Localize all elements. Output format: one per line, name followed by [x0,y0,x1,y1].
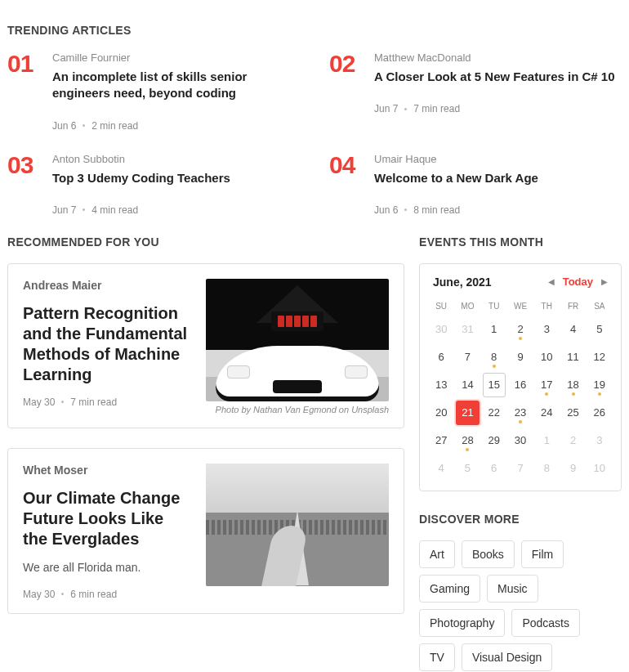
calendar-day[interactable]: 8 [535,456,558,481]
discover-tag[interactable]: Podcasts [511,609,580,637]
calendar-day[interactable]: 27 [430,428,453,453]
calendar-day[interactable]: 13 [430,373,453,397]
card-image [206,464,389,586]
discover-tag[interactable]: Art [419,540,455,568]
recommended-card[interactable]: Andreas Maier Pattern Recognition and th… [7,263,404,428]
event-dot-icon [545,392,548,396]
card-read: 7 min read [70,396,117,408]
calendar-day[interactable]: 1 [535,428,558,453]
trending-item[interactable]: 03Anton SubbotinTop 3 Udemy Coding Teach… [7,153,300,216]
trending-read: 7 min read [413,103,460,114]
discover-tag[interactable]: TV [419,643,455,671]
discover-heading: DISCOVER MORE [419,513,622,526]
calendar-next-icon[interactable]: ▶ [601,277,608,286]
calendar-day[interactable]: 1 [483,317,506,342]
card-title: Our Climate Change Future Looks Like the… [23,488,191,549]
calendar-prev-icon[interactable]: ◀ [548,277,555,286]
calendar-day[interactable]: 21 [456,401,479,425]
trending-meta: Jun 77 min read [374,103,622,114]
calendar-day[interactable]: 22 [483,401,506,425]
calendar-day[interactable]: 30 [430,317,453,342]
trending-author: Umair Haque [374,153,622,165]
calendar-day[interactable]: 4 [430,456,453,481]
recommended-card[interactable]: Whet Moser Our Climate Change Future Loo… [7,448,404,614]
calendar-day[interactable]: 10 [535,345,558,370]
calendar-day[interactable]: 9 [561,456,584,481]
discover-tag[interactable]: Photography [419,609,505,637]
trending-item[interactable]: 01Camille FournierAn incomplete list of … [7,52,300,132]
calendar-day[interactable]: 14 [456,373,479,397]
calendar-day[interactable]: 28 [456,428,479,453]
calendar: June, 2021 ◀ Today ▶ SUMOTUWETHFRSA 3031… [419,263,622,491]
calendar-day[interactable]: 18 [561,373,584,397]
calendar-day[interactable]: 5 [456,456,479,481]
calendar-dow: SA [587,297,613,316]
calendar-day[interactable]: 17 [535,373,558,397]
calendar-dow: TH [533,297,560,316]
calendar-day[interactable]: 29 [483,428,506,453]
calendar-day[interactable]: 12 [588,345,611,370]
calendar-day[interactable]: 7 [456,345,479,370]
calendar-dow: WE [507,297,533,316]
calendar-dow: TU [481,297,507,316]
dot-separator-icon [83,124,85,127]
events-heading: EVENTS THIS MONTH [419,235,622,249]
card-date: May 30 [23,589,55,600]
calendar-day[interactable]: 5 [588,317,611,342]
calendar-day[interactable]: 23 [509,401,532,425]
card-meta: May 30 6 min read [23,589,191,600]
trending-date: Jun 6 [52,120,76,132]
trending-read: 2 min read [91,120,138,132]
trending-author: Matthew MacDonald [374,52,622,64]
discover-tag[interactable]: Books [462,540,515,568]
calendar-title: June, 2021 [433,276,492,289]
calendar-day[interactable]: 16 [509,373,532,397]
dot-separator-icon [404,108,407,110]
card-read: 6 min read [70,589,117,600]
dot-separator-icon [83,208,85,211]
trending-read: 8 min read [413,204,460,216]
calendar-day[interactable]: 30 [509,428,532,453]
event-dot-icon [519,420,522,423]
calendar-day[interactable]: 6 [430,345,453,370]
discover-tag[interactable]: Music [487,575,538,603]
discover-tag[interactable]: Film [521,540,564,568]
calendar-today-button[interactable]: Today [563,276,593,288]
trending-rank: 04 [329,153,362,216]
calendar-day[interactable]: 11 [561,345,584,370]
calendar-day[interactable]: 7 [509,456,532,481]
calendar-day[interactable]: 25 [561,401,584,425]
calendar-day[interactable]: 3 [535,317,558,342]
calendar-day[interactable]: 9 [509,345,532,370]
calendar-day[interactable]: 24 [535,401,558,425]
discover-tag[interactable]: Visual Design [462,643,552,671]
calendar-day[interactable]: 8 [483,345,506,370]
event-dot-icon [572,392,575,396]
calendar-day[interactable]: 26 [588,401,611,425]
calendar-day[interactable]: 20 [430,401,453,425]
calendar-day[interactable]: 2 [561,428,584,453]
calendar-day[interactable]: 15 [483,373,506,397]
calendar-day[interactable]: 2 [509,317,532,342]
dot-separator-icon [61,593,64,595]
calendar-day[interactable]: 19 [588,373,611,397]
trending-title: An incomplete list of skills senior engi… [52,69,300,102]
calendar-day[interactable]: 4 [561,317,584,342]
trending-rank: 03 [7,153,40,216]
discover-tag[interactable]: Gaming [419,575,480,603]
dot-separator-icon [61,401,64,403]
calendar-day[interactable]: 10 [588,456,611,481]
trending-rank: 02 [329,52,362,132]
calendar-day[interactable]: 31 [456,317,479,342]
event-dot-icon [598,392,601,396]
card-subtitle: We are all Florida man. [23,561,191,574]
card-title: Pattern Recognition and the Fundamental … [23,303,191,385]
event-dot-icon [519,337,522,340]
trending-meta: Jun 68 min read [374,204,622,216]
calendar-day[interactable]: 6 [483,456,506,481]
trending-item[interactable]: 04Umair HaqueWelcome to a New Dark AgeJu… [329,153,622,216]
trending-author: Camille Fournier [52,52,300,64]
card-author: Andreas Maier [23,279,191,292]
trending-item[interactable]: 02Matthew MacDonaldA Closer Look at 5 Ne… [329,52,622,132]
calendar-day[interactable]: 3 [588,428,611,453]
